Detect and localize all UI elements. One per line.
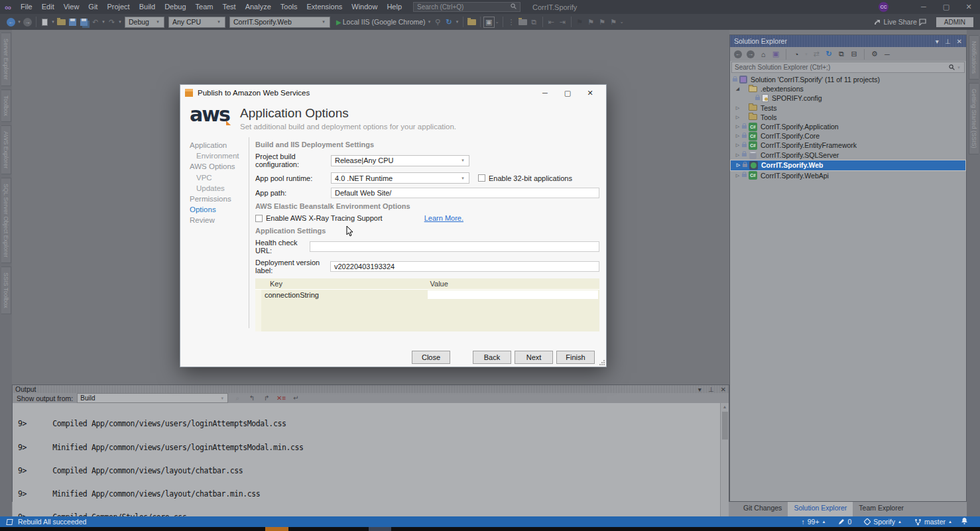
start-debugging-icon[interactable]: ▶ bbox=[336, 19, 341, 26]
expanded-arrow-icon[interactable]: ◢ bbox=[734, 86, 741, 91]
show-all-files-icon[interactable]: ─ bbox=[882, 49, 892, 60]
switch-views-icon[interactable]: ▣ bbox=[770, 49, 781, 60]
value-column-header[interactable]: Value bbox=[428, 280, 600, 288]
collapsed-arrow-icon[interactable]: ▷ bbox=[734, 105, 741, 111]
nav-permissions[interactable]: Permissions bbox=[190, 194, 249, 204]
build-output-log[interactable]: 9> Compiled App/common/views/users/login… bbox=[13, 403, 720, 531]
run-target-label[interactable]: Local IIS (Google Chrome) bbox=[343, 18, 426, 26]
toolbar-overflow-icon[interactable]: ⌄ bbox=[495, 19, 500, 25]
search-options-icon[interactable]: ▾ bbox=[956, 65, 961, 70]
next-button[interactable]: Next bbox=[515, 351, 553, 364]
collapsed-arrow-icon[interactable]: ▷ bbox=[734, 143, 741, 148]
next-message-icon[interactable]: ↱ bbox=[261, 393, 272, 403]
window-position-icon[interactable]: ▾ bbox=[936, 38, 939, 45]
tab-ssis-toolbox[interactable]: SSIS Toolbox bbox=[1, 266, 11, 314]
menu-project[interactable]: Project bbox=[102, 0, 134, 14]
dialog-maximize-button[interactable]: ▢ bbox=[556, 89, 579, 97]
back-button[interactable]: Back bbox=[473, 351, 511, 364]
maximize-button[interactable]: ▢ bbox=[935, 0, 957, 14]
output-source-dropdown[interactable]: Build▾ bbox=[77, 393, 228, 403]
nav-options-active[interactable]: Options bbox=[190, 204, 249, 215]
menu-help[interactable]: Help bbox=[382, 0, 406, 14]
refresh-icon[interactable]: ↻ bbox=[824, 49, 834, 60]
menu-build[interactable]: Build bbox=[135, 0, 160, 14]
dialog-title-bar[interactable]: Publish to Amazon Web Services ─ ▢ ✕ bbox=[180, 85, 606, 101]
health-check-input[interactable] bbox=[310, 241, 599, 252]
tree-item-entityframework-project[interactable]: ▷ CorrIT.Sporify.EntityFramework bbox=[730, 141, 966, 150]
auto-hide-pin-icon[interactable]: ⊥ bbox=[945, 38, 951, 45]
menu-edit[interactable]: Edit bbox=[37, 0, 59, 14]
filter-dropdown-icon[interactable]: ▾ bbox=[804, 52, 809, 57]
refresh-browser-icon[interactable]: ↻ bbox=[444, 17, 455, 28]
tab-getting-started-ssis[interactable]: Getting Started (SSIS) bbox=[969, 83, 979, 154]
dialog-minimize-button[interactable]: ─ bbox=[534, 89, 556, 97]
collapsed-arrow-icon[interactable]: ▷ bbox=[734, 124, 741, 129]
nav-environment[interactable]: Environment bbox=[190, 150, 249, 161]
tab-aws-explorer[interactable]: AWS Explorer bbox=[1, 125, 11, 174]
tab-notifications[interactable]: Notifications bbox=[969, 35, 979, 80]
collapsed-arrow-icon[interactable]: ▷ bbox=[735, 162, 742, 168]
solution-explorer-title-bar[interactable]: Solution Explorer ▾ ⊥ ✕ bbox=[730, 35, 966, 47]
push-commits-button[interactable]: ↑ 99+ ▲ bbox=[797, 518, 829, 526]
nav-vpc[interactable]: VPC bbox=[190, 172, 249, 183]
learn-more-link[interactable]: Learn More. bbox=[424, 214, 463, 222]
clear-all-icon[interactable]: ✕≡ bbox=[276, 393, 286, 403]
find-in-files-icon[interactable] bbox=[466, 17, 477, 28]
collapsed-arrow-icon[interactable]: ▷ bbox=[734, 115, 741, 120]
save-all-icon[interactable] bbox=[78, 17, 90, 28]
refresh-dropdown-icon[interactable]: ▾ bbox=[455, 19, 460, 25]
version-input[interactable]: v20220403193324 bbox=[330, 261, 599, 272]
scrollbar-thumb[interactable] bbox=[722, 412, 728, 440]
feedback-icon[interactable] bbox=[917, 17, 928, 28]
menu-team[interactable]: Team bbox=[191, 0, 218, 14]
tab-toolbox[interactable]: Toolbox bbox=[1, 89, 11, 122]
window-position-icon[interactable]: ▾ bbox=[698, 386, 702, 393]
tab-git-changes[interactable]: Git Changes bbox=[737, 502, 788, 516]
menu-git[interactable]: Git bbox=[84, 0, 102, 14]
startup-project-dropdown[interactable]: CorrIT.Sporify.Web▾ bbox=[229, 17, 330, 28]
toggle-bookmark-icon[interactable]: ⚑ bbox=[574, 17, 585, 28]
scroll-up-icon[interactable]: ▲ bbox=[723, 403, 727, 410]
setting-value-cell[interactable] bbox=[428, 290, 600, 299]
tree-item-tests[interactable]: ▷ Tests bbox=[730, 103, 966, 113]
nav-aws-options[interactable]: AWS Options bbox=[190, 161, 249, 172]
close-panel-icon[interactable]: ✕ bbox=[957, 38, 962, 45]
close-button[interactable]: ✕ bbox=[957, 0, 980, 14]
key-column-header[interactable]: Key bbox=[255, 280, 428, 288]
menu-extensions[interactable]: Extensions bbox=[302, 0, 347, 14]
home-icon[interactable]: ⌂ bbox=[758, 49, 768, 60]
menu-analyze[interactable]: Analyze bbox=[241, 0, 276, 14]
output-vertical-scrollbar[interactable]: ▲ ▼ bbox=[720, 403, 729, 531]
navigate-back-dropdown-icon[interactable]: ▾ bbox=[17, 19, 22, 25]
close-panel-icon[interactable]: ✕ bbox=[721, 386, 726, 393]
finish-button[interactable]: Finish bbox=[556, 351, 595, 364]
enable-32bit-checkbox[interactable] bbox=[478, 174, 485, 182]
resize-grip[interactable] bbox=[599, 360, 605, 365]
menu-view[interactable]: View bbox=[59, 0, 84, 14]
tab-solution-explorer[interactable]: Solution Explorer bbox=[788, 502, 853, 516]
tree-item-core-project[interactable]: ▷ CorrIT.Sporify.Core bbox=[730, 131, 966, 141]
nav-review[interactable]: Review bbox=[190, 215, 249, 225]
menu-window[interactable]: Window bbox=[347, 0, 382, 14]
dialog-close-button[interactable]: ✕ bbox=[579, 89, 601, 97]
web-snapshot-icon[interactable]: ▣ bbox=[483, 17, 495, 28]
tree-item-ebextensions[interactable]: ◢ .ebextensions bbox=[730, 84, 966, 93]
tree-item-sporify-config[interactable]: SPORIFY.config bbox=[730, 93, 966, 103]
collapsed-arrow-icon[interactable]: ▷ bbox=[734, 133, 741, 139]
live-share-button[interactable]: Live Share bbox=[874, 18, 917, 26]
app-path-input[interactable]: Default Web Site/ bbox=[331, 188, 599, 198]
menu-tools[interactable]: Tools bbox=[276, 0, 302, 14]
xray-checkbox[interactable] bbox=[255, 215, 263, 222]
word-wrap-icon[interactable]: ↵ bbox=[290, 393, 301, 403]
new-file-dropdown-icon[interactable]: ▾ bbox=[50, 19, 56, 25]
build-config-dropdown[interactable]: Release|Any CPU▾ bbox=[331, 155, 469, 166]
solution-configuration-dropdown[interactable]: Debug▾ bbox=[125, 17, 164, 28]
properties-wrench-icon[interactable]: ⚙ bbox=[869, 49, 880, 60]
account-avatar[interactable]: CC bbox=[879, 2, 888, 12]
nav-updates[interactable]: Updates bbox=[190, 183, 249, 194]
nav-application[interactable]: Application bbox=[190, 140, 249, 150]
run-target-dropdown-icon[interactable]: ▾ bbox=[427, 19, 432, 25]
setting-key-cell[interactable]: connectionString bbox=[255, 291, 428, 299]
close-button[interactable]: Close bbox=[412, 351, 450, 364]
solution-explorer-search-input[interactable]: Search Solution Explorer (Ctrl+;) ▾ bbox=[731, 62, 965, 73]
